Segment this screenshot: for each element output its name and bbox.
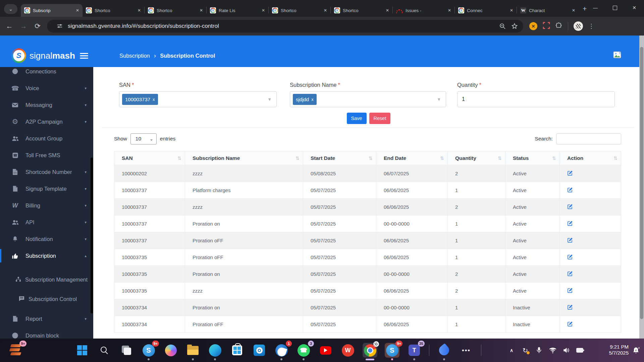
taskbar-overflow-button[interactable]: ••• [459, 343, 474, 358]
taskbar-edge-app[interactable] [208, 343, 222, 358]
tray-sync-icon[interactable]: ↻ [521, 346, 530, 355]
tag-remove-icon[interactable]: x [311, 97, 314, 102]
sidebar-scrollbar[interactable] [91, 158, 93, 313]
tab-characters[interactable]: W Charact ✕ [517, 4, 579, 17]
page-size-select[interactable]: 10 ⌄ [130, 133, 157, 144]
extensions-puzzle-icon[interactable] [555, 22, 562, 31]
header-end-date[interactable]: End Date⇅ [376, 152, 448, 165]
notification-bell-icon[interactable]: zz [632, 346, 641, 355]
quantity-input[interactable] [458, 92, 614, 107]
taskbar-youtube-app[interactable] [318, 343, 333, 358]
taskbar-file-explorer-app[interactable] [185, 343, 200, 358]
edit-icon[interactable] [567, 237, 573, 243]
browser-menu-icon[interactable]: ⋮ [588, 22, 595, 30]
save-button[interactable]: Save [347, 113, 367, 124]
sidebar-item-toll-free-sms[interactable]: ☎ Toll Free SMS [0, 147, 93, 164]
extension-orange-icon[interactable]: ✕ [529, 22, 537, 30]
edit-icon[interactable] [567, 204, 573, 209]
brand-name[interactable]: signalmash [30, 51, 75, 61]
site-settings-icon[interactable] [56, 22, 64, 30]
edit-icon[interactable] [567, 271, 573, 277]
tray-speaker-icon[interactable] [562, 346, 571, 355]
breadcrumb-parent[interactable]: Subscription [119, 53, 150, 59]
broken-image-icon[interactable] [613, 51, 622, 60]
maximize-button[interactable] [605, 0, 625, 15]
edit-icon[interactable] [567, 288, 573, 293]
tab-shortcode-1[interactable]: Shortco ✕ [83, 4, 144, 17]
extension-screenshot-icon[interactable] [543, 22, 550, 31]
sidebar-item-connections[interactable]: Connections [0, 67, 93, 80]
tab-connections[interactable]: Connec ✕ [455, 4, 517, 17]
tray-microphone-icon[interactable] [535, 346, 543, 355]
tab-shortcode-2[interactable]: Shortco ✕ [145, 4, 206, 17]
tab-close-icon[interactable]: ✕ [74, 7, 80, 13]
address-bar[interactable]: signalmash.gventure.info/#/subscription/… [47, 20, 523, 33]
taskbar-skype-app[interactable]: S 9+ [141, 343, 156, 358]
tray-wifi-icon[interactable] [548, 346, 557, 355]
sort-icon[interactable]: ⇅ [498, 156, 502, 161]
tag-remove-icon[interactable]: x [153, 97, 155, 102]
sort-icon[interactable]: ⇅ [552, 156, 556, 161]
sidebar-item-subscription-management[interactable]: Subscription Management [0, 270, 93, 290]
taskbar-wps-app[interactable]: W [340, 343, 355, 358]
taskbar-whatsapp-app[interactable]: ☎ 3 [296, 343, 311, 358]
minimize-button[interactable]: — [586, 0, 605, 15]
san-select[interactable]: 100003737x ▼ [119, 91, 277, 107]
reload-button[interactable]: ⟳ [33, 21, 42, 31]
sidebar-item-billing[interactable]: W Billing ▾ [0, 197, 93, 214]
tab-close-icon[interactable]: ✕ [322, 7, 328, 13]
url-text[interactable]: signalmash.gventure.info/#/subscription/… [68, 23, 219, 29]
search-input[interactable] [556, 133, 621, 144]
sidebar-item-subscription-control[interactable]: Subscription Control [0, 290, 93, 309]
sidebar-item-a2p-campaign[interactable]: ⚙ A2P Campaign ▾ [0, 113, 93, 130]
zoom-out-icon[interactable] [498, 22, 506, 30]
close-button[interactable]: ✕ [625, 0, 644, 15]
sidebar-item-shortcode-number[interactable]: </> Shortcode Number ▾ [0, 164, 93, 180]
tab-shortcode-4[interactable]: Shortco ✕ [331, 4, 392, 17]
tab-close-icon[interactable]: ✕ [260, 7, 266, 13]
page-scrollbar-thumb[interactable] [640, 47, 643, 319]
tab-subscription[interactable]: Subscrip ✕ [21, 4, 83, 17]
taskbar-clock[interactable]: 9:21 PM 5/7/2025 [609, 344, 629, 356]
sort-icon[interactable]: ⇅ [177, 156, 181, 161]
taskbar-thunderbird-app[interactable]: 1 [274, 343, 289, 358]
hamburger-menu-icon[interactable] [80, 53, 88, 59]
taskbar-chrome-app[interactable] [363, 343, 377, 358]
tab-close-icon[interactable]: ✕ [508, 7, 515, 13]
taskbar-microsoft-store-app[interactable] [230, 343, 245, 358]
sidebar-item-report[interactable]: Report ▾ [0, 310, 93, 327]
profile-avatar[interactable] [574, 21, 583, 31]
sort-icon[interactable]: ⇅ [613, 156, 618, 161]
sort-icon[interactable]: ⇅ [369, 156, 373, 161]
reset-button[interactable]: Reset [369, 113, 391, 124]
tab-close-icon[interactable]: ✕ [198, 7, 204, 13]
sidebar-item-api[interactable]: API ▾ [0, 214, 93, 231]
subscription-name-select[interactable]: sjdjddx ▼ [290, 91, 446, 107]
tray-chevron-up-icon[interactable]: ∧ [507, 346, 516, 355]
taskbar-teams-app[interactable]: T 35 [407, 343, 422, 358]
edit-icon[interactable] [567, 187, 573, 193]
tab-close-icon[interactable]: ✕ [136, 7, 142, 13]
edit-icon[interactable] [567, 221, 573, 226]
page-scrollbar[interactable] [639, 36, 644, 339]
tab-issues[interactable]: Issues - ✕ [393, 4, 454, 17]
tab-search-button[interactable]: ⌄ [4, 4, 17, 14]
sidebar-item-notification[interactable]: Notification ▾ [0, 231, 93, 247]
taskbar-dolphin-app[interactable] [437, 343, 451, 358]
edit-icon[interactable] [567, 321, 573, 327]
signalmash-logo-icon[interactable] [11, 48, 26, 63]
edit-icon[interactable] [567, 304, 573, 310]
bookmark-star-icon[interactable] [511, 22, 519, 30]
tray-battery-icon[interactable] [576, 346, 585, 355]
sort-icon[interactable]: ⇅ [440, 156, 444, 161]
task-view-button[interactable] [119, 343, 134, 358]
tab-close-icon[interactable]: ✕ [446, 7, 452, 13]
taskbar-search-button[interactable] [97, 343, 112, 358]
sidebar-item-subscription[interactable]: Subscription ▴ [0, 247, 93, 264]
start-button[interactable] [75, 343, 90, 358]
header-quantity[interactable]: Quantity⇅ [448, 152, 505, 165]
tab-close-icon[interactable]: ✕ [384, 7, 390, 13]
back-button[interactable]: ← [5, 21, 14, 31]
taskbar-skype-business-app[interactable]: S 9+ [385, 343, 399, 358]
taskbar-copilot-app[interactable] [163, 343, 178, 358]
